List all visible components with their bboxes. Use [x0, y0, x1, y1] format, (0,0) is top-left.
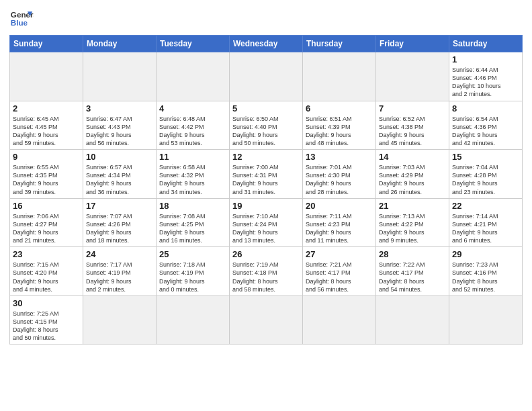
day-number: 12	[232, 152, 300, 162]
day-number: 11	[159, 152, 226, 162]
day-cell: 18Sunrise: 7:08 AM Sunset: 4:25 PM Dayli…	[157, 198, 230, 247]
day-number: 6	[306, 103, 373, 113]
day-number: 23	[13, 249, 80, 259]
header-row: SundayMondayTuesdayWednesdayThursdayFrid…	[10, 36, 523, 52]
day-cell: 10Sunrise: 6:57 AM Sunset: 4:34 PM Dayli…	[83, 150, 157, 199]
day-number: 18	[159, 201, 226, 211]
calendar-header: SundayMondayTuesdayWednesdayThursdayFrid…	[10, 36, 523, 52]
week-row-2: 9Sunrise: 6:55 AM Sunset: 4:35 PM Daylig…	[10, 150, 523, 199]
day-info: Sunrise: 6:57 AM Sunset: 4:34 PM Dayligh…	[86, 163, 153, 196]
day-number: 28	[379, 249, 446, 259]
day-cell: 9Sunrise: 6:55 AM Sunset: 4:35 PM Daylig…	[10, 150, 83, 199]
day-info: Sunrise: 7:07 AM Sunset: 4:26 PM Dayligh…	[86, 212, 153, 245]
day-cell: 1Sunrise: 6:44 AM Sunset: 4:46 PM Daylig…	[449, 52, 523, 101]
day-info: Sunrise: 6:48 AM Sunset: 4:42 PM Dayligh…	[159, 115, 226, 148]
day-cell: 13Sunrise: 7:01 AM Sunset: 4:30 PM Dayli…	[303, 150, 376, 199]
day-info: Sunrise: 7:15 AM Sunset: 4:20 PM Dayligh…	[13, 261, 80, 293]
day-number: 27	[306, 249, 373, 259]
day-number: 15	[452, 152, 519, 162]
day-number: 3	[86, 103, 153, 113]
week-row-0: 1Sunrise: 6:44 AM Sunset: 4:46 PM Daylig…	[10, 52, 523, 101]
day-cell	[230, 295, 303, 345]
day-cell	[83, 52, 157, 101]
day-cell	[303, 295, 376, 345]
header-cell-monday: Monday	[83, 36, 157, 52]
day-info: Sunrise: 6:58 AM Sunset: 4:32 PM Dayligh…	[159, 163, 226, 196]
day-info: Sunrise: 6:44 AM Sunset: 4:46 PM Dayligh…	[452, 66, 519, 99]
day-cell: 25Sunrise: 7:18 AM Sunset: 4:19 PM Dayli…	[157, 247, 230, 296]
day-info: Sunrise: 7:11 AM Sunset: 4:23 PM Dayligh…	[306, 212, 373, 245]
header: General Blue	[9, 7, 523, 31]
day-number: 13	[306, 152, 373, 162]
day-number: 5	[232, 103, 300, 113]
day-cell	[83, 295, 157, 345]
day-cell: 24Sunrise: 7:17 AM Sunset: 4:19 PM Dayli…	[83, 247, 157, 296]
day-info: Sunrise: 7:14 AM Sunset: 4:21 PM Dayligh…	[452, 212, 519, 245]
day-info: Sunrise: 7:13 AM Sunset: 4:22 PM Dayligh…	[379, 212, 446, 245]
day-cell: 6Sunrise: 6:51 AM Sunset: 4:39 PM Daylig…	[303, 101, 376, 150]
day-number: 17	[86, 201, 153, 211]
day-cell	[157, 295, 230, 345]
day-cell: 17Sunrise: 7:07 AM Sunset: 4:26 PM Dayli…	[83, 198, 157, 247]
calendar-table: SundayMondayTuesdayWednesdayThursdayFrid…	[9, 35, 523, 345]
day-info: Sunrise: 7:17 AM Sunset: 4:19 PM Dayligh…	[86, 261, 153, 293]
day-info: Sunrise: 7:18 AM Sunset: 4:19 PM Dayligh…	[159, 261, 226, 293]
day-cell	[303, 52, 376, 101]
day-number: 29	[452, 249, 519, 259]
day-info: Sunrise: 6:45 AM Sunset: 4:45 PM Dayligh…	[13, 115, 80, 148]
logo: General Blue	[9, 7, 34, 31]
day-cell: 14Sunrise: 7:03 AM Sunset: 4:29 PM Dayli…	[376, 150, 449, 199]
day-info: Sunrise: 6:54 AM Sunset: 4:36 PM Dayligh…	[452, 115, 519, 148]
day-cell: 2Sunrise: 6:45 AM Sunset: 4:45 PM Daylig…	[10, 101, 83, 150]
day-cell	[157, 52, 230, 101]
day-info: Sunrise: 7:06 AM Sunset: 4:27 PM Dayligh…	[13, 212, 80, 245]
header-cell-saturday: Saturday	[449, 36, 523, 52]
day-cell	[230, 52, 303, 101]
day-number: 9	[13, 152, 80, 162]
week-row-5: 30Sunrise: 7:25 AM Sunset: 4:15 PM Dayli…	[10, 295, 523, 345]
day-info: Sunrise: 6:51 AM Sunset: 4:39 PM Dayligh…	[306, 115, 373, 148]
calendar-page: General Blue SundayMondayTuesdayWednesda…	[0, 0, 532, 411]
header-cell-friday: Friday	[376, 36, 449, 52]
day-info: Sunrise: 7:08 AM Sunset: 4:25 PM Dayligh…	[159, 212, 226, 245]
day-cell: 12Sunrise: 7:00 AM Sunset: 4:31 PM Dayli…	[230, 150, 303, 199]
day-cell: 11Sunrise: 6:58 AM Sunset: 4:32 PM Dayli…	[157, 150, 230, 199]
day-cell	[10, 52, 83, 101]
day-cell: 19Sunrise: 7:10 AM Sunset: 4:24 PM Dayli…	[230, 198, 303, 247]
day-info: Sunrise: 7:10 AM Sunset: 4:24 PM Dayligh…	[232, 212, 300, 245]
day-number: 10	[86, 152, 153, 162]
day-number: 7	[379, 103, 446, 113]
day-cell: 26Sunrise: 7:19 AM Sunset: 4:18 PM Dayli…	[230, 247, 303, 296]
header-cell-sunday: Sunday	[10, 36, 83, 52]
day-number: 19	[232, 201, 300, 211]
day-cell: 4Sunrise: 6:48 AM Sunset: 4:42 PM Daylig…	[157, 101, 230, 150]
day-cell: 3Sunrise: 6:47 AM Sunset: 4:43 PM Daylig…	[83, 101, 157, 150]
day-number: 26	[232, 249, 300, 259]
day-cell: 28Sunrise: 7:22 AM Sunset: 4:17 PM Dayli…	[376, 247, 449, 296]
day-cell: 5Sunrise: 6:50 AM Sunset: 4:40 PM Daylig…	[230, 101, 303, 150]
day-number: 8	[452, 103, 519, 113]
day-cell: 22Sunrise: 7:14 AM Sunset: 4:21 PM Dayli…	[449, 198, 523, 247]
day-info: Sunrise: 7:00 AM Sunset: 4:31 PM Dayligh…	[232, 163, 300, 196]
day-cell: 27Sunrise: 7:21 AM Sunset: 4:17 PM Dayli…	[303, 247, 376, 296]
day-info: Sunrise: 6:50 AM Sunset: 4:40 PM Dayligh…	[232, 115, 300, 148]
day-number: 16	[13, 201, 80, 211]
day-number: 24	[86, 249, 153, 259]
day-cell: 20Sunrise: 7:11 AM Sunset: 4:23 PM Dayli…	[303, 198, 376, 247]
day-cell: 15Sunrise: 7:04 AM Sunset: 4:28 PM Dayli…	[449, 150, 523, 199]
day-info: Sunrise: 7:25 AM Sunset: 4:15 PM Dayligh…	[13, 310, 80, 342]
day-cell: 16Sunrise: 7:06 AM Sunset: 4:27 PM Dayli…	[10, 198, 83, 247]
day-cell: 30Sunrise: 7:25 AM Sunset: 4:15 PM Dayli…	[10, 295, 83, 345]
day-info: Sunrise: 6:55 AM Sunset: 4:35 PM Dayligh…	[13, 163, 80, 196]
day-number: 21	[379, 201, 446, 211]
day-cell: 8Sunrise: 6:54 AM Sunset: 4:36 PM Daylig…	[449, 101, 523, 150]
header-cell-thursday: Thursday	[303, 36, 376, 52]
day-number: 30	[13, 298, 80, 308]
svg-text:Blue: Blue	[11, 18, 28, 27]
day-info: Sunrise: 7:21 AM Sunset: 4:17 PM Dayligh…	[306, 261, 373, 293]
day-info: Sunrise: 6:52 AM Sunset: 4:38 PM Dayligh…	[379, 115, 446, 148]
week-row-1: 2Sunrise: 6:45 AM Sunset: 4:45 PM Daylig…	[10, 101, 523, 150]
day-info: Sunrise: 6:47 AM Sunset: 4:43 PM Dayligh…	[86, 115, 153, 148]
day-cell: 23Sunrise: 7:15 AM Sunset: 4:20 PM Dayli…	[10, 247, 83, 296]
week-row-3: 16Sunrise: 7:06 AM Sunset: 4:27 PM Dayli…	[10, 198, 523, 247]
